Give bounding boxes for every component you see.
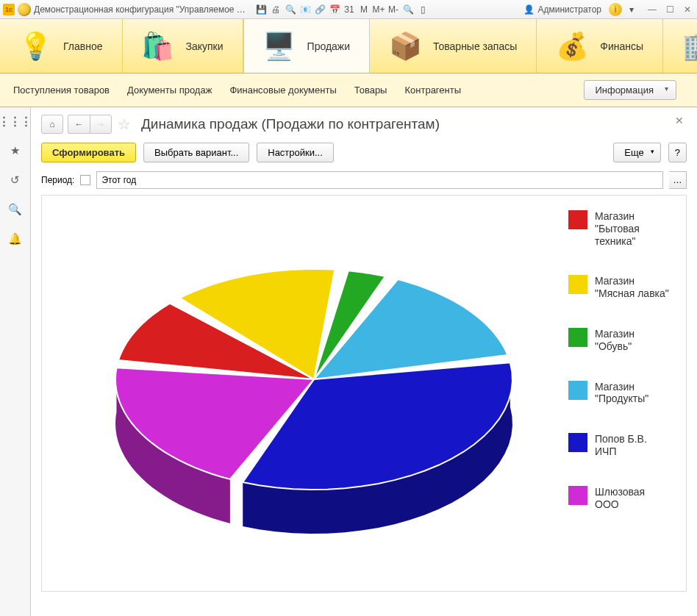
calendar-icon[interactable]: 📅 — [328, 3, 341, 16]
nav-item-2[interactable]: 🖥️Продажи — [243, 19, 370, 73]
calc-m-icon[interactable]: M — [357, 3, 371, 16]
link-icon[interactable]: 🔗 — [313, 3, 326, 16]
favorite-icon[interactable]: ★ — [7, 143, 24, 159]
nav-item-1[interactable]: 🛍️Закупки — [123, 19, 243, 73]
nav-label: Товарные запасы — [433, 40, 517, 52]
apps-icon[interactable]: ⋮⋮⋮ — [7, 113, 24, 129]
legend-label: Магазин "Мясная лавка" — [595, 275, 671, 300]
preview-icon[interactable]: 🔍 — [284, 3, 297, 16]
subnav-link-3[interactable]: Товары — [354, 85, 387, 96]
window-title: Демонстрационная конфигурация "Управляем… — [34, 4, 247, 15]
legend-swatch — [568, 381, 587, 400]
nav-label: Закупки — [186, 40, 224, 52]
zoom-icon[interactable]: 🔍 — [401, 3, 415, 16]
legend-swatch — [568, 433, 587, 452]
legend-label: Магазин "Бытовая техника" — [595, 210, 671, 247]
user-indicator[interactable]: 👤 Администратор — [523, 4, 601, 15]
nav-icon: 🛍️ — [142, 30, 174, 62]
back-button[interactable]: ← — [68, 115, 90, 134]
legend-label: Магазин "Обувь" — [595, 328, 671, 353]
mail-icon[interactable]: 📧 — [299, 3, 312, 16]
titlebar: 1c Демонстрационная конфигурация "Управл… — [0, 0, 697, 19]
pie-chart — [57, 210, 571, 592]
help-button[interactable]: ? — [668, 143, 687, 162]
star-icon[interactable]: ☆ — [116, 116, 132, 132]
sidebar: ⋮⋮⋮ ★ ↺ 🔍 🔔 — [0, 107, 31, 616]
chart-legend: Магазин "Бытовая техника"Магазин "Мясная… — [568, 210, 671, 510]
notifications-icon[interactable]: 🔔 — [7, 231, 24, 247]
subnav-link-1[interactable]: Документы продаж — [127, 85, 212, 96]
page-title: Динамика продаж (Продажи по контрагентам… — [141, 116, 440, 132]
legend-item-0: Магазин "Бытовая техника" — [568, 210, 671, 247]
home-button[interactable]: ⌂ — [41, 115, 63, 134]
nav-icon: 💰 — [556, 30, 588, 62]
close-button[interactable]: ✕ — [681, 3, 694, 16]
legend-swatch — [568, 486, 587, 505]
search-icon[interactable]: 🔍 — [7, 201, 24, 218]
legend-label: Попов Б.В. ИЧП — [595, 433, 671, 458]
legend-item-3: Магазин "Продукты" — [568, 381, 671, 406]
nav-icon: 🖥️ — [263, 30, 296, 62]
period-picker-button[interactable]: … — [669, 171, 687, 189]
nav-label: Финансы — [600, 40, 643, 52]
minimize-button[interactable]: — — [646, 3, 659, 16]
subnav-link-0[interactable]: Поступления товаров — [13, 85, 110, 96]
legend-swatch — [568, 328, 587, 347]
period-checkbox[interactable] — [80, 175, 90, 185]
choose-variant-button[interactable]: Выбрать вариант... — [143, 143, 249, 162]
print-icon[interactable]: 🖨 — [269, 3, 282, 16]
chart-area: Магазин "Бытовая техника"Магазин "Мясная… — [41, 195, 687, 592]
nav-icon: 🏢 — [682, 30, 697, 62]
user-icon: 👤 — [523, 4, 535, 15]
forward-button[interactable]: → — [90, 115, 112, 134]
nav-icon: 💡 — [19, 30, 51, 62]
settings-button[interactable]: Настройки... — [257, 143, 334, 162]
legend-item-1: Магазин "Мясная лавка" — [568, 275, 671, 300]
info-dropdown-icon[interactable]: ▾ — [625, 3, 638, 16]
subnav-link-2[interactable]: Финансовые документы — [229, 85, 336, 96]
legend-swatch — [568, 210, 587, 229]
workspace: ⋮⋮⋮ ★ ↺ 🔍 🔔 ✕ ⌂ ← → ☆ Динамика продаж (П… — [0, 107, 697, 616]
sub-nav: Поступления товаровДокументы продажФинан… — [0, 74, 697, 107]
legend-item-5: Шлюзовая ООО — [568, 486, 671, 511]
dropdown-orb-icon[interactable] — [18, 3, 31, 16]
legend-label: Магазин "Продукты" — [595, 381, 671, 406]
subnav-link-4[interactable]: Контрагенты — [404, 85, 461, 96]
generate-button[interactable]: Сформировать — [41, 143, 136, 162]
calc-mplus-icon[interactable]: M+ — [372, 3, 385, 16]
subnav-info-dropdown[interactable]: Информация — [584, 80, 676, 100]
main-nav: 💡Главное🛍️Закупки🖥️Продажи📦Товарные запа… — [0, 19, 697, 74]
info-icon[interactable]: i — [609, 3, 622, 16]
history-icon[interactable]: ↺ — [7, 172, 24, 188]
app-logo: 1c — [3, 4, 15, 15]
nav-item-4[interactable]: 💰Финансы — [537, 19, 663, 73]
more-button[interactable]: Еще▾ — [613, 143, 660, 162]
nav-icon: 📦 — [389, 30, 421, 62]
nav-item-0[interactable]: 💡Главное — [0, 19, 123, 73]
nav-item-3[interactable]: 📦Товарные запасы — [370, 19, 537, 73]
legend-swatch — [568, 275, 587, 294]
save-icon[interactable]: 💾 — [254, 3, 268, 16]
close-page-button[interactable]: ✕ — [675, 115, 684, 126]
legend-label: Шлюзовая ООО — [595, 486, 671, 511]
nav-label: Главное — [63, 40, 103, 52]
date-icon[interactable]: 31 — [343, 3, 356, 16]
user-name: Администратор — [537, 4, 601, 15]
nav-label: Продажи — [307, 40, 350, 52]
period-input[interactable]: Этот год — [96, 171, 663, 189]
calc-mminus-icon[interactable]: M- — [387, 3, 400, 16]
legend-item-4: Попов Б.В. ИЧП — [568, 433, 671, 458]
nav-item-5[interactable]: 🏢Предприят — [663, 19, 697, 73]
maximize-button[interactable]: ☐ — [663, 3, 676, 16]
legend-item-2: Магазин "Обувь" — [568, 328, 671, 353]
period-label: Период: — [41, 175, 74, 185]
split-icon[interactable]: ▯ — [416, 3, 429, 16]
content: ✕ ⌂ ← → ☆ Динамика продаж (Продажи по ко… — [31, 107, 697, 616]
